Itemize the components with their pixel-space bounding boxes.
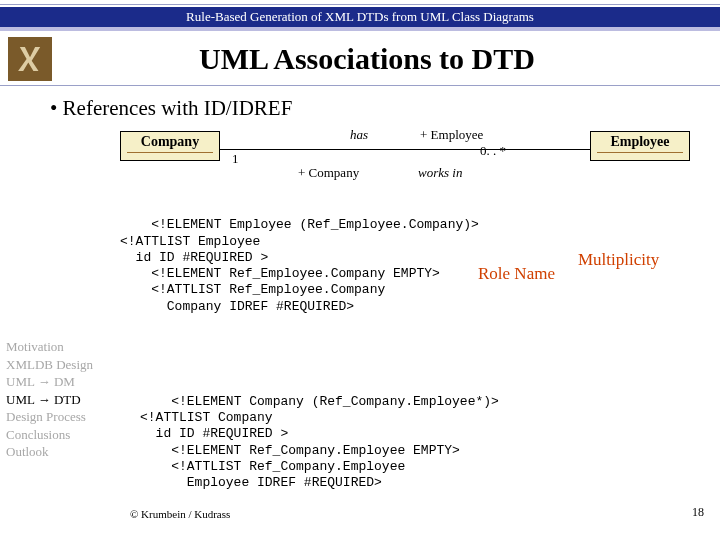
sidebar-item-design-process[interactable]: Design Process bbox=[6, 408, 116, 426]
bullet-text: References with ID/IDREF bbox=[10, 96, 710, 121]
uml-role-bottom-left: + Company bbox=[298, 165, 359, 181]
sidebar-item-uml-dm[interactable]: UML → DM bbox=[6, 373, 116, 391]
header-area: Rule-Based Generation of XML DTDs from U… bbox=[0, 0, 720, 86]
uml-class-company-label: Company bbox=[141, 134, 199, 149]
header-bar: Rule-Based Generation of XML DTDs from U… bbox=[0, 7, 720, 31]
rule-top bbox=[0, 4, 720, 5]
sidebar-item-motivation[interactable]: Motivation bbox=[6, 338, 116, 356]
footer-copyright: © Krumbein / Kudrass bbox=[130, 508, 230, 520]
header-topline: Rule-Based Generation of XML DTDs from U… bbox=[186, 9, 534, 24]
uml-mult-left: 1 bbox=[232, 151, 239, 167]
sidebar-item-uml-dtd[interactable]: UML → DTD bbox=[6, 391, 116, 409]
annotation-role-name: Role Name bbox=[478, 263, 555, 284]
uml-mult-right: 0. . * bbox=[480, 143, 506, 159]
uml-assoc-worksin: works in bbox=[418, 165, 462, 181]
sidebar-nav: Motivation XMLDB Design UML → DM UML → D… bbox=[6, 338, 116, 461]
annotation-multiplicity: Multiplicity bbox=[578, 249, 659, 270]
dtd-code-company-text: <!ELEMENT Company (Ref_Company.Employee*… bbox=[140, 394, 499, 490]
uml-role-top-right: + Employee bbox=[420, 127, 483, 143]
slide-title: UML Associations to DTD bbox=[66, 42, 712, 76]
uml-diagram: Company Employee has + Employee 0. . * 1… bbox=[120, 125, 690, 195]
uml-class-company: Company bbox=[120, 131, 220, 161]
dtd-code-employee: <!ELEMENT Employee (Ref_Employee.Company… bbox=[120, 201, 710, 364]
sidebar-item-outlook[interactable]: Outlook bbox=[6, 443, 116, 461]
sidebar-item-xmldb-design[interactable]: XMLDB Design bbox=[6, 356, 116, 374]
logo-icon bbox=[8, 37, 52, 81]
uml-class-employee-label: Employee bbox=[610, 134, 669, 149]
sidebar-item-conclusions[interactable]: Conclusions bbox=[6, 426, 116, 444]
rule-under-title bbox=[0, 85, 720, 86]
page-number: 18 bbox=[692, 505, 704, 520]
dtd-code-employee-text: <!ELEMENT Employee (Ref_Employee.Company… bbox=[120, 217, 479, 313]
uml-class-employee: Employee bbox=[590, 131, 690, 161]
dtd-code-company: <!ELEMENT Company (Ref_Company.Employee*… bbox=[140, 378, 710, 508]
uml-assoc-has: has bbox=[350, 127, 368, 143]
uml-association-line bbox=[220, 149, 590, 150]
